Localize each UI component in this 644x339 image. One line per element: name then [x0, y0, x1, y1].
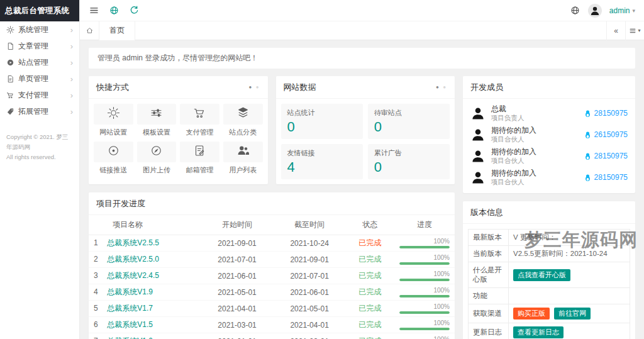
copyright: Copyright © 2021. 梦三年源码网 All rights rese…: [0, 132, 79, 162]
version-row-label: 功能: [469, 288, 509, 304]
shortcut-payment[interactable]: 支付管理: [180, 104, 219, 137]
chevron-right-icon: ›: [70, 91, 73, 99]
table-row: 2 总裁系统V2.5.0 2021-07-01 2021-09-01 已完成 1…: [89, 252, 455, 268]
shortcut-site-category[interactable]: 站点分类: [223, 104, 263, 137]
progress-percent: 100%: [399, 287, 450, 294]
status-badge: 已完成: [358, 271, 381, 280]
project-name-link[interactable]: 总裁系统V1.5: [107, 320, 153, 329]
status-badge: 已完成: [358, 320, 381, 329]
qq-contact[interactable]: 28150975: [584, 109, 628, 118]
card-title: 开发成员: [470, 82, 503, 93]
progress-bar: [399, 295, 450, 297]
sidebar-item-label: 支付管理: [18, 90, 48, 101]
project-name-link[interactable]: 总裁系统V1.9: [107, 287, 153, 296]
sidebar-item-payment[interactable]: 支付管理 ›: [0, 87, 79, 103]
progress-fill: [399, 328, 450, 330]
view-happy-version-button[interactable]: 点我查看开心版: [513, 269, 570, 281]
shortcut-website-settings[interactable]: 网站设置: [94, 104, 133, 137]
shortcut-image-upload[interactable]: 图片上传: [137, 142, 177, 175]
view-changelog-button[interactable]: 查看更新日志: [513, 326, 564, 338]
cart-icon: [193, 106, 206, 122]
table-header-row: 项目名称 开始时间 截至时间 状态 进度: [89, 215, 455, 235]
chevron-right-icon: ›: [70, 108, 73, 116]
qq-icon: [584, 109, 592, 118]
row-index: 5: [94, 304, 105, 313]
project-name-link[interactable]: 总裁系统V2.5.5: [107, 238, 159, 247]
shortcut-label: 模板设置: [137, 128, 177, 137]
members-card: 开发成员 总裁 项目负: [463, 76, 635, 193]
end-date: 2021-04-01: [274, 317, 346, 333]
stat-tile: 站点统计 0: [281, 104, 363, 139]
version-card: 版本信息 最新版本 V 更新时间： 当前版本 V2.5.5更新时间：20: [463, 201, 635, 339]
globe-icon[interactable]: [109, 5, 119, 16]
sidebar-item-page[interactable]: 单页管理 ›: [0, 70, 79, 87]
form-icon: [193, 144, 206, 160]
card-title: 快捷方式: [96, 82, 129, 93]
play-circle-icon: [6, 58, 14, 67]
qq-icon: [584, 131, 592, 139]
stat-tile: 累计广告 0: [368, 144, 450, 179]
chevron-right-icon: ›: [70, 42, 73, 50]
progress-fill: [399, 262, 450, 265]
sidebar-item-system[interactable]: 系统管理 ›: [0, 21, 79, 38]
sidebar-item-extension[interactable]: 拓展管理 ›: [0, 103, 79, 119]
hamburger-menu-icon[interactable]: [89, 5, 99, 16]
sidebar-item-label: 站点管理: [18, 57, 48, 68]
person-icon: [470, 170, 486, 185]
version-table: 最新版本 V 更新时间： 当前版本 V2.5.5更新时间：2021-10-24 …: [468, 229, 630, 339]
member-role: 项目合伙人: [491, 135, 578, 143]
sidebar-item-label: 单页管理: [18, 74, 48, 84]
copyright-line2: All rights reserved.: [6, 152, 73, 162]
column-header: 项目名称: [89, 215, 201, 235]
shortcut-user-list[interactable]: 用户列表: [223, 142, 263, 175]
progress-bar: [399, 262, 450, 265]
project-name-link[interactable]: 总裁系统V2.5.0: [107, 255, 159, 264]
version-row-label: 更新日志: [469, 323, 509, 339]
progress-bar: [399, 328, 450, 330]
stat-value: 0: [287, 118, 357, 136]
table-row: 什么是开心版 点我查看开心版: [469, 262, 630, 288]
start-date: 2021-01-01: [201, 333, 274, 339]
qq-contact[interactable]: 28150975: [584, 173, 628, 182]
goto-official-button[interactable]: 前往官网: [554, 308, 591, 320]
shortcut-label: 网站设置: [94, 128, 133, 137]
shortcut-link-push[interactable]: 链接推送: [94, 142, 133, 175]
progress-fill: [399, 295, 450, 297]
refresh-icon[interactable]: [129, 5, 140, 16]
progress-percent: 100%: [399, 320, 450, 326]
buy-genuine-button[interactable]: 购买正版: [513, 308, 550, 320]
project-name-link[interactable]: 总裁系统V1.0: [107, 336, 153, 339]
table-row: 获取渠道 购买正版 前往官网: [469, 304, 630, 323]
version-row-label: 当前版本: [469, 246, 509, 262]
table-row: 4 总裁系统V1.9 2021-05-01 2021-06-01 已完成 100…: [89, 284, 455, 301]
person-icon: [470, 127, 486, 142]
project-name-link[interactable]: 总裁系统V2.4.5: [107, 271, 159, 280]
row-index: 1: [94, 238, 105, 247]
carousel-dots[interactable]: ● ●: [436, 84, 447, 90]
caret-down-icon: ▾: [632, 8, 635, 14]
user-menu[interactable]: admin ▾: [609, 6, 635, 15]
language-globe-icon[interactable]: [570, 5, 580, 16]
avatar[interactable]: [588, 4, 602, 18]
start-date: 2021-05-01: [201, 284, 274, 301]
carousel-dots[interactable]: ● ●: [249, 84, 260, 90]
tabbar: 首页 « ▾: [80, 21, 644, 40]
qq-contact[interactable]: 26150975: [584, 130, 628, 139]
qq-contact[interactable]: 28150975: [584, 152, 628, 160]
users-icon: [236, 144, 250, 160]
app-logo: 总裁后台管理系统: [0, 0, 79, 21]
progress-bar: [399, 246, 450, 248]
sidebar-item-site[interactable]: 站点管理 ›: [0, 54, 79, 70]
tab-menu-icon[interactable]: ▾: [625, 21, 644, 40]
collapse-tabs-icon[interactable]: «: [606, 21, 625, 40]
tab-home[interactable]: 首页: [99, 21, 135, 40]
person-icon: [470, 106, 486, 121]
home-icon[interactable]: [80, 26, 99, 35]
card-title: 项目开发进度: [96, 198, 145, 209]
member-role: 项目合伙人: [491, 178, 578, 186]
app-root: 总裁后台管理系统 系统管理 › 文章管理 › 站点管理: [0, 0, 644, 339]
shortcut-template-settings[interactable]: 模板设置: [137, 104, 177, 137]
sidebar-item-article[interactable]: 文章管理 ›: [0, 38, 79, 54]
project-name-link[interactable]: 总裁系统V1.7: [107, 304, 153, 313]
shortcut-mail[interactable]: 邮箱管理: [180, 142, 219, 175]
